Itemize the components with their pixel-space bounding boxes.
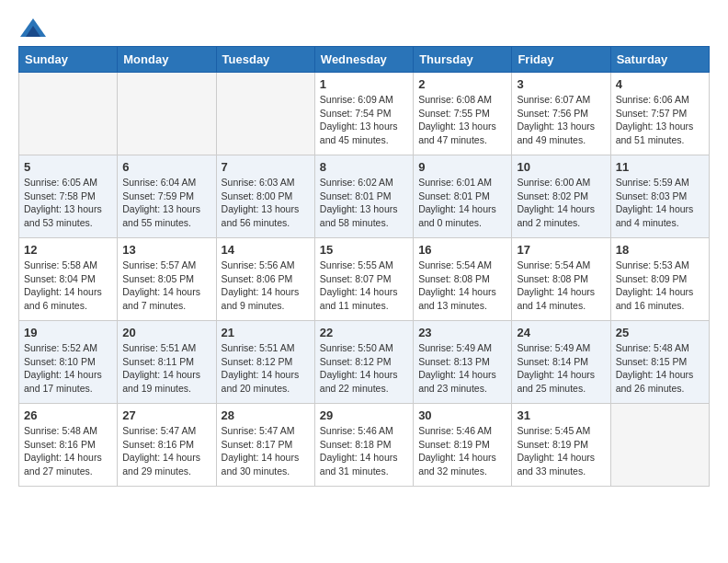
calendar-header-wednesday: Wednesday <box>314 47 413 73</box>
day-number: 27 <box>122 408 210 422</box>
calendar-cell: 12Sunrise: 5:58 AMSunset: 8:04 PMDayligh… <box>19 238 118 321</box>
calendar-cell: 6Sunrise: 6:04 AMSunset: 7:59 PMDaylight… <box>118 155 216 238</box>
calendar-cell: 5Sunrise: 6:05 AMSunset: 7:58 PMDaylight… <box>19 155 118 238</box>
calendar-cell: 26Sunrise: 5:48 AMSunset: 8:16 PMDayligh… <box>19 404 118 487</box>
calendar-week-row: 19Sunrise: 5:52 AMSunset: 8:10 PMDayligh… <box>19 321 710 404</box>
day-info: Sunrise: 5:52 AMSunset: 8:10 PMDaylight:… <box>24 341 112 396</box>
day-info: Sunrise: 5:49 AMSunset: 8:14 PMDaylight:… <box>517 341 605 396</box>
page-header <box>18 18 710 31</box>
day-number: 17 <box>517 243 605 257</box>
day-info: Sunrise: 5:46 AMSunset: 8:19 PMDaylight:… <box>418 424 506 478</box>
day-number: 29 <box>320 408 408 422</box>
calendar-cell <box>216 73 314 155</box>
calendar-cell: 31Sunrise: 5:45 AMSunset: 8:19 PMDayligh… <box>512 404 610 487</box>
calendar-cell: 11Sunrise: 5:59 AMSunset: 8:03 PMDayligh… <box>610 155 709 238</box>
calendar-week-row: 12Sunrise: 5:58 AMSunset: 8:04 PMDayligh… <box>19 238 710 321</box>
day-info: Sunrise: 5:54 AMSunset: 8:08 PMDaylight:… <box>517 259 605 313</box>
calendar-header-thursday: Thursday <box>414 47 512 73</box>
day-number: 12 <box>24 243 112 257</box>
calendar-header-row: SundayMondayTuesdayWednesdayThursdayFrid… <box>19 47 710 73</box>
day-number: 28 <box>222 408 310 422</box>
calendar-header-saturday: Saturday <box>610 47 709 73</box>
calendar-cell: 13Sunrise: 5:57 AMSunset: 8:05 PMDayligh… <box>118 238 216 321</box>
day-info: Sunrise: 5:51 AMSunset: 8:12 PMDaylight:… <box>222 341 310 396</box>
calendar-cell: 30Sunrise: 5:46 AMSunset: 8:19 PMDayligh… <box>414 404 512 487</box>
day-info: Sunrise: 6:01 AMSunset: 8:01 PMDaylight:… <box>418 176 506 230</box>
logo <box>18 18 46 31</box>
calendar-cell: 3Sunrise: 6:07 AMSunset: 7:56 PMDaylight… <box>512 73 610 155</box>
day-info: Sunrise: 6:08 AMSunset: 7:55 PMDaylight:… <box>418 93 506 147</box>
day-number: 13 <box>122 243 210 257</box>
day-info: Sunrise: 5:58 AMSunset: 8:04 PMDaylight:… <box>24 259 112 313</box>
day-info: Sunrise: 6:04 AMSunset: 7:59 PMDaylight:… <box>122 176 210 230</box>
calendar-cell: 10Sunrise: 6:00 AMSunset: 8:02 PMDayligh… <box>512 155 610 238</box>
calendar-week-row: 1Sunrise: 6:09 AMSunset: 7:54 PMDaylight… <box>19 73 710 155</box>
calendar-cell: 25Sunrise: 5:48 AMSunset: 8:15 PMDayligh… <box>610 321 709 404</box>
calendar-cell: 2Sunrise: 6:08 AMSunset: 7:55 PMDaylight… <box>414 73 512 155</box>
calendar-cell: 27Sunrise: 5:47 AMSunset: 8:16 PMDayligh… <box>118 404 216 487</box>
day-number: 14 <box>222 243 310 257</box>
day-number: 19 <box>24 326 112 339</box>
day-info: Sunrise: 6:02 AMSunset: 8:01 PMDaylight:… <box>320 176 408 230</box>
day-number: 4 <box>616 77 704 91</box>
day-number: 26 <box>24 408 112 422</box>
day-number: 16 <box>418 243 506 257</box>
day-info: Sunrise: 6:06 AMSunset: 7:57 PMDaylight:… <box>616 93 704 147</box>
calendar-cell: 15Sunrise: 5:55 AMSunset: 8:07 PMDayligh… <box>314 238 413 321</box>
calendar-week-row: 26Sunrise: 5:48 AMSunset: 8:16 PMDayligh… <box>19 404 710 487</box>
day-info: Sunrise: 5:57 AMSunset: 8:05 PMDaylight:… <box>122 259 210 313</box>
day-number: 7 <box>222 160 310 174</box>
calendar-week-row: 5Sunrise: 6:05 AMSunset: 7:58 PMDaylight… <box>19 155 710 238</box>
calendar-cell: 18Sunrise: 5:53 AMSunset: 8:09 PMDayligh… <box>610 238 709 321</box>
day-number: 9 <box>418 160 506 174</box>
day-info: Sunrise: 5:48 AMSunset: 8:15 PMDaylight:… <box>616 341 704 396</box>
day-number: 10 <box>517 160 605 174</box>
day-info: Sunrise: 5:47 AMSunset: 8:17 PMDaylight:… <box>222 424 310 478</box>
day-number: 23 <box>418 326 506 339</box>
calendar-cell: 17Sunrise: 5:54 AMSunset: 8:08 PMDayligh… <box>512 238 610 321</box>
day-info: Sunrise: 5:47 AMSunset: 8:16 PMDaylight:… <box>122 424 210 478</box>
calendar-cell: 23Sunrise: 5:49 AMSunset: 8:13 PMDayligh… <box>414 321 512 404</box>
day-number: 30 <box>418 408 506 422</box>
calendar-header-monday: Monday <box>118 47 216 73</box>
calendar-header-friday: Friday <box>512 47 610 73</box>
day-number: 20 <box>122 326 210 339</box>
day-number: 24 <box>517 326 605 339</box>
day-number: 15 <box>320 243 408 257</box>
day-info: Sunrise: 6:07 AMSunset: 7:56 PMDaylight:… <box>517 93 605 147</box>
day-number: 8 <box>320 160 408 174</box>
day-info: Sunrise: 5:54 AMSunset: 8:08 PMDaylight:… <box>418 259 506 313</box>
calendar-cell <box>19 73 118 155</box>
day-number: 5 <box>24 160 112 174</box>
calendar-table: SundayMondayTuesdayWednesdayThursdayFrid… <box>18 46 710 487</box>
day-info: Sunrise: 5:53 AMSunset: 8:09 PMDaylight:… <box>616 259 704 313</box>
calendar-cell: 22Sunrise: 5:50 AMSunset: 8:12 PMDayligh… <box>314 321 413 404</box>
day-info: Sunrise: 5:48 AMSunset: 8:16 PMDaylight:… <box>24 424 112 478</box>
day-info: Sunrise: 6:00 AMSunset: 8:02 PMDaylight:… <box>517 176 605 230</box>
day-number: 21 <box>222 326 310 339</box>
calendar-cell: 7Sunrise: 6:03 AMSunset: 8:00 PMDaylight… <box>216 155 314 238</box>
day-number: 2 <box>418 77 506 91</box>
day-info: Sunrise: 5:45 AMSunset: 8:19 PMDaylight:… <box>517 424 605 478</box>
day-info: Sunrise: 5:50 AMSunset: 8:12 PMDaylight:… <box>320 341 408 396</box>
day-number: 25 <box>616 326 704 339</box>
calendar-cell: 14Sunrise: 5:56 AMSunset: 8:06 PMDayligh… <box>216 238 314 321</box>
calendar-cell: 29Sunrise: 5:46 AMSunset: 8:18 PMDayligh… <box>314 404 413 487</box>
day-number: 18 <box>616 243 704 257</box>
calendar-cell <box>118 73 216 155</box>
day-number: 11 <box>616 160 704 174</box>
day-info: Sunrise: 5:55 AMSunset: 8:07 PMDaylight:… <box>320 259 408 313</box>
day-info: Sunrise: 5:46 AMSunset: 8:18 PMDaylight:… <box>320 424 408 478</box>
day-info: Sunrise: 6:05 AMSunset: 7:58 PMDaylight:… <box>24 176 112 230</box>
day-info: Sunrise: 5:56 AMSunset: 8:06 PMDaylight:… <box>222 259 310 313</box>
calendar-header-tuesday: Tuesday <box>216 47 314 73</box>
calendar-cell: 21Sunrise: 5:51 AMSunset: 8:12 PMDayligh… <box>216 321 314 404</box>
day-number: 1 <box>320 77 408 91</box>
calendar-cell: 1Sunrise: 6:09 AMSunset: 7:54 PMDaylight… <box>314 73 413 155</box>
calendar-cell: 19Sunrise: 5:52 AMSunset: 8:10 PMDayligh… <box>19 321 118 404</box>
logo-icon <box>20 18 46 37</box>
calendar-cell: 16Sunrise: 5:54 AMSunset: 8:08 PMDayligh… <box>414 238 512 321</box>
calendar-cell: 9Sunrise: 6:01 AMSunset: 8:01 PMDaylight… <box>414 155 512 238</box>
day-number: 22 <box>320 326 408 339</box>
day-number: 31 <box>517 408 605 422</box>
